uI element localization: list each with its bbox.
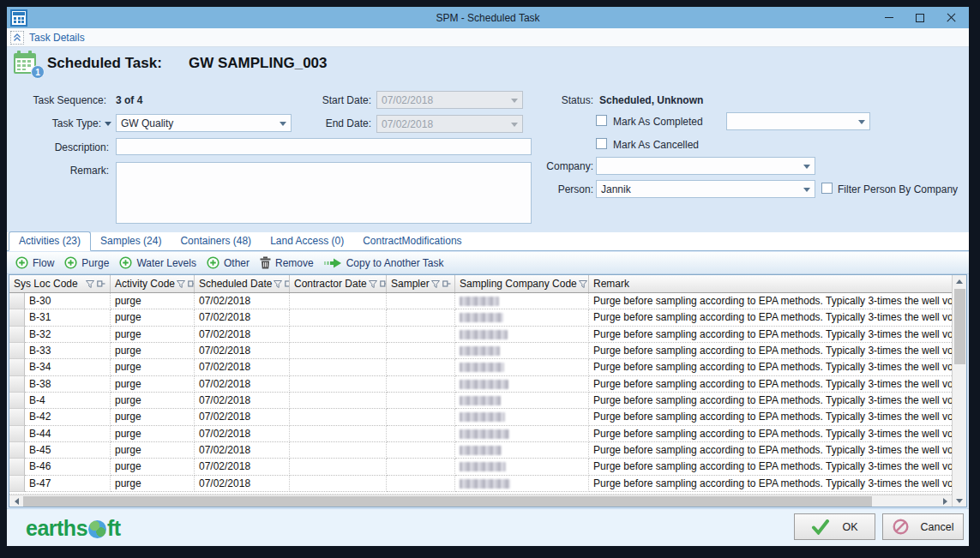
row-indicator[interactable]	[9, 476, 25, 492]
mark-as-cancelled-checkbox[interactable]	[596, 138, 607, 149]
cell-sys-loc-code[interactable]: B-33	[25, 343, 111, 359]
cell-sampler[interactable]	[387, 393, 455, 409]
pin-icon[interactable]	[188, 280, 195, 288]
close-button[interactable]	[938, 7, 964, 28]
cell-sampling-company-code[interactable]	[455, 426, 589, 442]
pin-icon[interactable]	[97, 280, 105, 288]
table-row[interactable]: B-4purge07/02/2018Purge before sampling …	[9, 393, 952, 409]
filter-icon[interactable]	[177, 280, 185, 288]
cell-sys-loc-code[interactable]: B-42	[25, 409, 111, 425]
cell-sampler[interactable]	[387, 459, 455, 475]
filter-icon[interactable]	[431, 280, 440, 288]
table-row[interactable]: B-46purge07/02/2018Purge before sampling…	[9, 459, 952, 475]
cell-sampler[interactable]	[387, 327, 455, 343]
row-indicator[interactable]	[9, 409, 25, 425]
cell-activity-code[interactable]: purge	[111, 376, 195, 393]
table-row[interactable]: B-30purge07/02/2018Purge before sampling…	[9, 293, 952, 309]
cell-remark[interactable]: Purge before sampling according to EPA m…	[589, 309, 952, 326]
column-header-remark[interactable]: Remark	[589, 275, 952, 292]
scroll-down-button[interactable]	[953, 495, 966, 507]
row-indicator[interactable]	[9, 376, 25, 393]
cell-remark[interactable]: Purge before sampling according to EPA m…	[589, 393, 952, 409]
filter-icon[interactable]	[579, 280, 587, 288]
cell-scheduled-date[interactable]: 07/02/2018	[195, 376, 290, 393]
tab-land-access-0[interactable]: Land Access (0)	[261, 232, 353, 250]
cell-sampling-company-code[interactable]	[455, 459, 589, 475]
table-row[interactable]: B-33purge07/02/2018Purge before sampling…	[9, 343, 952, 359]
row-indicator[interactable]	[9, 393, 25, 409]
table-row[interactable]: B-34purge07/02/2018Purge before sampling…	[9, 359, 952, 375]
table-row[interactable]: B-42purge07/02/2018Purge before sampling…	[9, 409, 952, 425]
completed-status-combo[interactable]	[726, 112, 870, 130]
cell-sampling-company-code[interactable]	[455, 343, 589, 359]
filter-icon[interactable]	[274, 280, 282, 288]
cell-activity-code[interactable]: purge	[111, 426, 195, 442]
cell-activity-code[interactable]: purge	[111, 476, 195, 492]
cell-scheduled-date[interactable]: 07/02/2018	[195, 476, 290, 492]
cell-contractor-date[interactable]	[290, 426, 387, 442]
pin-icon[interactable]	[442, 280, 451, 288]
cell-activity-code[interactable]: purge	[111, 393, 195, 409]
cell-scheduled-date[interactable]: 07/02/2018	[195, 442, 290, 459]
cell-scheduled-date[interactable]: 07/02/2018	[195, 293, 290, 309]
cell-contractor-date[interactable]	[290, 343, 387, 359]
cell-remark[interactable]: Purge before sampling according to EPA m…	[589, 409, 952, 425]
cell-sampling-company-code[interactable]	[455, 309, 589, 326]
remove-button[interactable]: Remove	[256, 255, 321, 271]
cell-contractor-date[interactable]	[290, 476, 387, 492]
cell-remark[interactable]: Purge before sampling according to EPA m…	[589, 426, 952, 442]
cell-sampler[interactable]	[387, 426, 455, 442]
column-header-scheduled-date[interactable]: Scheduled Date	[195, 275, 290, 292]
cell-scheduled-date[interactable]: 07/02/2018	[195, 327, 290, 343]
column-header-contractor-date[interactable]: Contractor Date	[290, 275, 387, 292]
cell-activity-code[interactable]: purge	[111, 459, 195, 475]
cell-remark[interactable]: Purge before sampling according to EPA m…	[589, 376, 952, 393]
cell-sys-loc-code[interactable]: B-30	[25, 293, 111, 309]
row-indicator[interactable]	[9, 327, 25, 343]
cell-contractor-date[interactable]	[290, 393, 387, 409]
cell-sampler[interactable]	[387, 309, 455, 326]
horizontal-scroll-thumb[interactable]	[23, 496, 872, 507]
table-row[interactable]: B-31purge07/02/2018Purge before sampling…	[9, 309, 952, 326]
cell-activity-code[interactable]: purge	[111, 343, 195, 359]
cell-sys-loc-code[interactable]: B-31	[25, 309, 111, 326]
cancel-button[interactable]: Cancel	[882, 513, 964, 540]
cell-contractor-date[interactable]	[290, 309, 387, 326]
cell-remark[interactable]: Purge before sampling according to EPA m…	[589, 327, 952, 343]
remark-textarea[interactable]	[116, 162, 532, 224]
filter-icon[interactable]	[369, 280, 377, 288]
cell-activity-code[interactable]: purge	[111, 293, 195, 309]
cell-remark[interactable]: Purge before sampling according to EPA m…	[589, 476, 952, 492]
titlebar[interactable]: SPM - Scheduled Task	[7, 7, 969, 28]
cell-activity-code[interactable]: purge	[111, 409, 195, 425]
column-header-sys-loc-code[interactable]: Sys Loc Code	[9, 275, 111, 292]
tab-activities-23[interactable]: Activities (23)	[9, 231, 91, 251]
cell-scheduled-date[interactable]: 07/02/2018	[195, 393, 290, 409]
cell-contractor-date[interactable]	[290, 376, 387, 393]
mark-as-completed-checkbox[interactable]	[596, 115, 607, 126]
cell-scheduled-date[interactable]: 07/02/2018	[195, 426, 290, 442]
cell-scheduled-date[interactable]: 07/02/2018	[195, 309, 290, 326]
table-row[interactable]: B-47purge07/02/2018Purge before sampling…	[9, 476, 952, 492]
add-purge-button[interactable]: Purge	[61, 255, 116, 271]
cell-sampling-company-code[interactable]	[455, 376, 589, 393]
add-flow-button[interactable]: Flow	[12, 255, 61, 271]
scroll-up-button[interactable]	[953, 275, 966, 287]
cell-sampler[interactable]	[387, 293, 455, 309]
description-input[interactable]	[116, 138, 532, 155]
cell-contractor-date[interactable]	[290, 459, 387, 475]
cell-scheduled-date[interactable]: 07/02/2018	[195, 343, 290, 359]
row-indicator[interactable]	[9, 343, 25, 359]
task-type-combo[interactable]: GW Quality	[116, 114, 292, 132]
cell-contractor-date[interactable]	[290, 359, 387, 375]
row-indicator[interactable]	[9, 359, 25, 375]
copy-to-another-task-button[interactable]: Copy to Another Task	[321, 255, 451, 271]
ok-button[interactable]: OK	[794, 513, 875, 540]
cell-sampling-company-code[interactable]	[455, 293, 589, 309]
cell-sampling-company-code[interactable]	[455, 327, 589, 343]
tab-containers-48[interactable]: Containers (48)	[171, 232, 261, 250]
cell-sampler[interactable]	[387, 442, 455, 459]
filter-person-by-company-checkbox[interactable]	[821, 183, 833, 194]
cell-activity-code[interactable]: purge	[111, 359, 195, 375]
add-other-button[interactable]: Other	[203, 255, 256, 271]
